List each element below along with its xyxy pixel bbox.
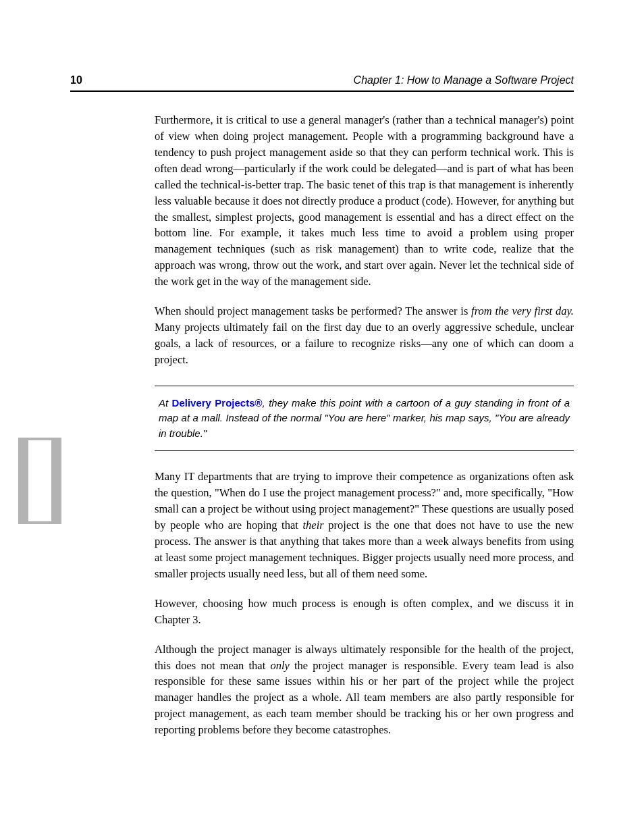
page-number: 10 bbox=[70, 74, 82, 86]
paragraph-4: However, choosing how much process is en… bbox=[155, 596, 574, 628]
callout-block: At Delivery Projects®, they make this po… bbox=[155, 386, 574, 452]
delivery-projects-label: Delivery Projects® bbox=[172, 397, 263, 409]
delivery-projects-link[interactable]: Delivery Projects® bbox=[172, 397, 263, 409]
chapter-tab-marker: 1 bbox=[18, 438, 61, 524]
chapter-tab-marker-inner: 1 bbox=[28, 440, 51, 521]
callout-intro: At bbox=[159, 397, 172, 409]
page: 10 Chapter 1: How to Manage a Software P… bbox=[0, 0, 644, 834]
paragraph-5: Although the project manager is always u… bbox=[155, 642, 574, 739]
p2-rest: Many projects ultimately fail on the fir… bbox=[155, 321, 574, 366]
p2-italic: from the very first day. bbox=[471, 305, 574, 317]
page-header: 10 Chapter 1: How to Manage a Software P… bbox=[70, 74, 574, 92]
callout-youarehere: You are here bbox=[328, 412, 386, 423]
paragraph-3: Many IT departments that are trying to i… bbox=[155, 469, 574, 581]
p5-i: only bbox=[270, 659, 294, 672]
paragraph-1: Furthermore, it is critical to use a gen… bbox=[155, 112, 574, 290]
paragraph-2: When should project management tasks be … bbox=[155, 303, 574, 368]
p3-i: their bbox=[303, 519, 329, 531]
chapter-title: Chapter 1: How to Manage a Software Proj… bbox=[354, 74, 574, 86]
p2-lead: When should project management tasks be … bbox=[155, 305, 471, 317]
page-content: Furthermore, it is critical to use a gen… bbox=[155, 112, 574, 738]
chapter-tab-number: 1 bbox=[29, 462, 50, 500]
